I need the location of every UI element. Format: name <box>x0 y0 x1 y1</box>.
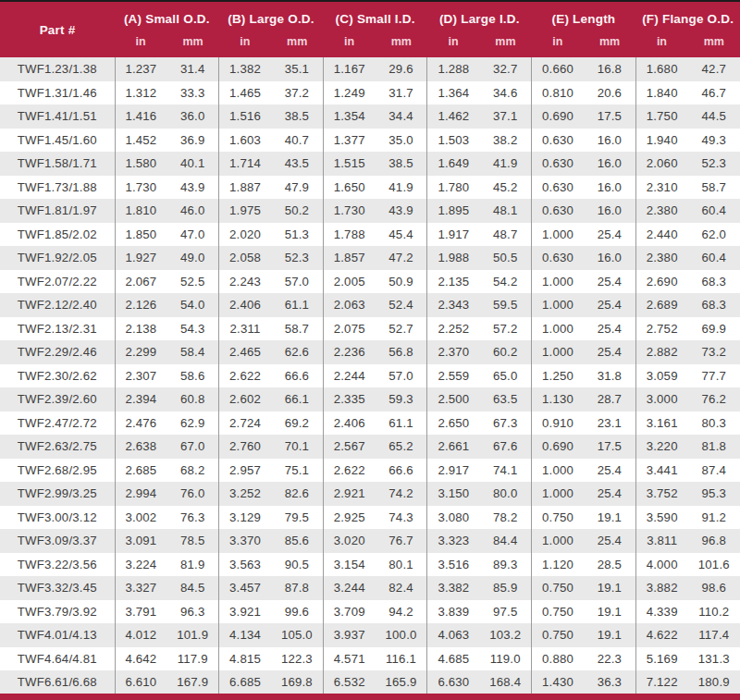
dimension-value-cell: 19.1 <box>584 506 635 530</box>
dimension-value-cell: 2.075 <box>323 317 375 341</box>
dimension-value-cell: 1.780 <box>427 176 479 200</box>
dimension-value-cell: 43.9 <box>376 199 427 223</box>
dimension-value-cell: 82.6 <box>271 482 323 506</box>
dimension-value-cell: 2.299 <box>115 340 166 364</box>
dimension-value-cell: 74.1 <box>479 459 531 483</box>
dimension-value-cell: 2.252 <box>427 317 479 341</box>
dimension-value-cell: 2.058 <box>219 246 271 270</box>
part-number-cell: TWF1.85/2.02 <box>0 223 115 247</box>
dimension-value-cell: 0.690 <box>532 104 584 129</box>
dimension-value-cell: 4.571 <box>323 647 375 671</box>
dimension-value-cell: 75.1 <box>271 459 323 483</box>
dimension-value-cell: 79.5 <box>271 506 323 530</box>
dimension-value-cell: 67.3 <box>479 411 531 436</box>
dimension-value-cell: 2.126 <box>115 293 166 317</box>
dimension-value-cell: 76.2 <box>688 387 740 411</box>
part-number-cell: TWF1.45/1.60 <box>0 129 115 153</box>
dimension-value-cell: 47.2 <box>376 246 427 270</box>
dimension-value-cell: 36.3 <box>584 670 635 694</box>
dimension-value-cell: 80.1 <box>376 553 427 577</box>
part-number-cell: TWF2.39/2.60 <box>0 387 115 411</box>
unit-header-in: in <box>115 35 166 57</box>
dimension-value-cell: 2.406 <box>323 411 375 436</box>
dimension-value-cell: 52.4 <box>376 293 427 317</box>
dimension-value-cell: 0.630 <box>532 199 584 223</box>
dimension-value-cell: 48.1 <box>479 199 531 223</box>
dimension-value-cell: 1.000 <box>532 340 584 364</box>
dimension-value-cell: 31.8 <box>584 364 635 388</box>
dimension-value-cell: 169.8 <box>271 670 323 694</box>
dimension-value-cell: 61.1 <box>376 411 427 436</box>
dimension-value-cell: 69.2 <box>271 411 323 436</box>
dimension-value-cell: 28.7 <box>584 387 635 411</box>
dimension-value-cell: 68.3 <box>688 293 740 317</box>
dimension-value-cell: 41.9 <box>376 176 427 200</box>
dimension-value-cell: 2.310 <box>635 176 687 200</box>
table-row: TWF2.30/2.622.30758.62.62266.62.24457.02… <box>0 364 740 388</box>
table-row: TWF1.41/1.511.41636.01.51638.51.35434.41… <box>0 104 740 129</box>
dimension-value-cell: 1.237 <box>115 57 166 81</box>
dimension-value-cell: 117.4 <box>688 623 740 647</box>
group-header-row: Part # (A) Small O.D. (B) Large O.D. (C)… <box>0 2 740 35</box>
dimension-value-cell: 74.2 <box>376 482 427 506</box>
dimension-value-cell: 25.4 <box>584 459 635 483</box>
table-row: TWF2.99/3.252.99476.03.25282.62.92174.23… <box>0 482 740 506</box>
dimension-value-cell: 105.0 <box>271 623 323 647</box>
dimension-value-cell: 2.063 <box>323 293 375 317</box>
dimension-value-cell: 38.5 <box>271 104 323 129</box>
dimension-value-cell: 67.0 <box>166 435 218 459</box>
dimension-value-cell: 25.4 <box>584 340 635 364</box>
dimension-value-cell: 4.063 <box>427 623 479 647</box>
dimension-value-cell: 2.622 <box>219 364 271 388</box>
dimension-value-cell: 50.2 <box>271 199 323 223</box>
dimension-value-cell: 3.516 <box>427 553 479 577</box>
dimension-value-cell: 110.2 <box>688 600 740 624</box>
dimension-value-cell: 25.4 <box>584 317 635 341</box>
dimension-value-cell: 6.532 <box>323 670 375 694</box>
dimension-value-cell: 101.9 <box>166 623 218 647</box>
dimensions-table: Part # (A) Small O.D. (B) Large O.D. (C)… <box>0 2 740 694</box>
dimension-value-cell: 2.406 <box>219 293 271 317</box>
dimension-value-cell: 41.9 <box>479 152 531 176</box>
part-number-cell: TWF2.07/2.22 <box>0 270 115 294</box>
dimension-value-cell: 2.921 <box>323 482 375 506</box>
unit-header-mm: mm <box>271 35 323 57</box>
dimension-value-cell: 48.7 <box>479 223 531 247</box>
dimension-value-cell: 58.6 <box>166 364 218 388</box>
dimension-value-cell: 82.4 <box>376 576 427 600</box>
dimension-value-cell: 2.307 <box>115 364 166 388</box>
dimension-value-cell: 91.2 <box>688 506 740 530</box>
dimension-value-cell: 1.249 <box>323 81 375 105</box>
dimension-value-cell: 68.3 <box>688 270 740 294</box>
dimension-value-cell: 58.7 <box>271 317 323 341</box>
dimension-value-cell: 89.3 <box>479 553 531 577</box>
dimension-value-cell: 1.000 <box>532 317 584 341</box>
dimension-value-cell: 2.060 <box>635 152 687 176</box>
dimension-value-cell: 52.3 <box>271 246 323 270</box>
dimension-value-cell: 36.0 <box>166 104 218 129</box>
dimension-value-cell: 87.4 <box>688 459 740 483</box>
dimension-value-cell: 44.5 <box>688 104 740 129</box>
dimension-value-cell: 1.840 <box>635 81 687 105</box>
dimension-value-cell: 3.129 <box>219 506 271 530</box>
table-row: TWF2.07/2.222.06752.52.24357.02.00550.92… <box>0 270 740 294</box>
dimension-value-cell: 38.2 <box>479 129 531 153</box>
dimension-value-cell: 2.760 <box>219 435 271 459</box>
dimension-value-cell: 58.4 <box>166 340 218 364</box>
dimension-value-cell: 96.3 <box>166 600 218 624</box>
dimension-value-cell: 1.988 <box>427 246 479 270</box>
dimension-value-cell: 60.4 <box>688 199 740 223</box>
dimension-value-cell: 4.815 <box>219 647 271 671</box>
part-number-cell: TWF1.41/1.51 <box>0 104 115 129</box>
table-row: TWF1.85/2.021.85047.02.02051.31.78845.41… <box>0 223 740 247</box>
dimension-value-cell: 29.6 <box>376 57 427 81</box>
col-header-small-od: (A) Small O.D. <box>115 2 219 35</box>
dimension-value-cell: 94.2 <box>376 600 427 624</box>
spec-sheet-page: Part # (A) Small O.D. (B) Large O.D. (C)… <box>0 0 740 700</box>
unit-header-mm: mm <box>166 35 218 57</box>
dimension-value-cell: 67.6 <box>479 435 531 459</box>
table-row: TWF1.23/1.381.23731.41.38235.11.16729.61… <box>0 57 740 81</box>
dimension-value-cell: 0.630 <box>532 246 584 270</box>
dimension-value-cell: 3.020 <box>323 529 375 553</box>
dimension-value-cell: 1.120 <box>532 553 584 577</box>
